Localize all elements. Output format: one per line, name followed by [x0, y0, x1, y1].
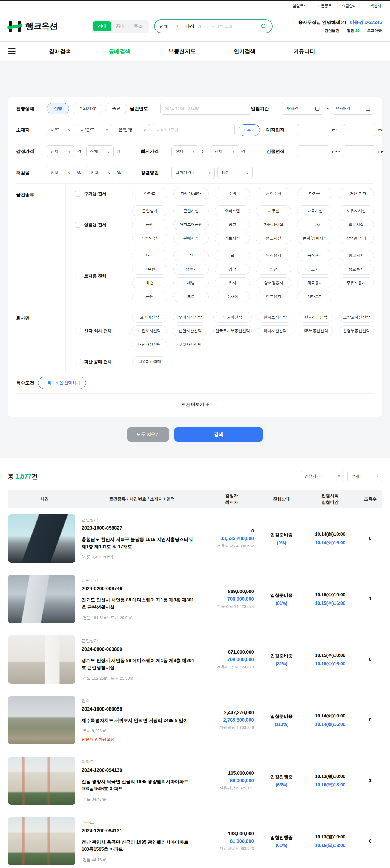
min-price-min-select[interactable]: 전체∨	[171, 146, 199, 157]
filter-pill[interactable]: 다가구	[297, 188, 332, 199]
checkbox[interactable]	[75, 359, 81, 365]
bid-period-start-date[interactable]: 년-월-일	[282, 103, 323, 115]
filter-pill[interactable]: 아파트	[132, 188, 167, 199]
filter-pill[interactable]: 주택	[215, 188, 250, 199]
filter-pill[interactable]: 창고	[215, 219, 250, 230]
min-price-max-select[interactable]: 전체∨	[211, 146, 238, 157]
filter-pill[interactable]: 대한토지신탁	[132, 326, 167, 336]
filter-pill[interactable]: 도로	[173, 291, 209, 302]
logo[interactable]: 행크옥션	[8, 20, 58, 33]
eupmyeondong-select[interactable]: 읍/면/동∨	[115, 124, 150, 136]
listing-address[interactable]: 제주특별자치도 서귀포시 안덕면 서광리 2489-8 임야	[82, 717, 194, 724]
filter-pill[interactable]: 신영부동산신탁	[339, 326, 374, 336]
filter-pill[interactable]: 한국투자부동산신탁	[213, 326, 252, 336]
filter-pill[interactable]: 오피스텔	[215, 206, 250, 216]
filter-pill[interactable]: 묘지	[297, 264, 332, 275]
item-no-input[interactable]	[161, 103, 251, 115]
search-button[interactable]: 검색	[174, 427, 263, 441]
filter-pill[interactable]: 법원파산경매	[132, 356, 167, 367]
logout-link[interactable]: 로그아웃	[367, 28, 382, 33]
filter-pill[interactable]: 근린상가	[132, 206, 167, 216]
filter-pill[interactable]: 근린주택	[256, 188, 291, 199]
filter-pill[interactable]: 창고용지	[338, 250, 374, 261]
lot-building-input[interactable]	[153, 124, 235, 136]
land-area-max-input[interactable]	[343, 124, 376, 136]
discount-max-select[interactable]: 전체∨	[87, 167, 114, 179]
clear-all-button[interactable]: 모두 지우기	[127, 427, 169, 441]
listing-address[interactable]: 경기도 안성시 서인동 88 메디스퀘어 제1동 제8층 제804호 근린생활시…	[82, 657, 194, 671]
results-sort-select[interactable]: 입찰기간 ↑∨	[301, 471, 344, 482]
search-input[interactable]	[197, 24, 257, 29]
nav-item-경매검색[interactable]: 경매검색	[49, 48, 71, 55]
filter-pill[interactable]: 체육용지	[297, 277, 332, 288]
filter-pill[interactable]: 종교시설	[256, 233, 291, 244]
listing-photo[interactable]	[8, 817, 75, 865]
filter-pill[interactable]: 한국자산신탁	[298, 312, 333, 323]
pass-remaining[interactable]: 이용권 D-27245	[350, 20, 382, 25]
listing-address[interactable]: 전남 광양시 옥곡면 신금리 1995 광양펠리시아아파트103동1505호 아…	[82, 839, 194, 852]
status-pill[interactable]: 수의계약	[72, 103, 102, 115]
more-conditions-button[interactable]: 조건 더보기 +	[16, 394, 374, 415]
filter-pill[interactable]: 임야	[215, 264, 250, 275]
menu-icon[interactable]	[8, 49, 15, 54]
filter-pill[interactable]: 자동차시설	[256, 219, 291, 230]
checkbox[interactable]	[75, 222, 81, 227]
filter-pill[interactable]: 교보자산신탁	[173, 339, 207, 350]
mode-tab-auction[interactable]: 경매	[93, 21, 111, 31]
filter-pill[interactable]: 기타토지	[297, 291, 332, 302]
filter-pill[interactable]: 업무시설	[338, 219, 374, 230]
page-size-select[interactable]: 15개∨	[218, 167, 253, 179]
filter-pill[interactable]: 공장	[132, 219, 167, 230]
filter-pill[interactable]: 아파트형공장	[173, 219, 209, 230]
listing-photo[interactable]	[8, 575, 75, 623]
filter-pill[interactable]: 문화/집회시설	[297, 233, 332, 244]
filter-pill[interactable]: 숙박시설	[132, 233, 167, 244]
filter-pill[interactable]: 한국토지신탁	[258, 312, 292, 323]
mode-tab-public-sale[interactable]: 공매	[111, 21, 129, 31]
filter-pill[interactable]: 주유소	[297, 219, 332, 230]
building-area-max-input[interactable]	[343, 146, 376, 157]
filter-pill[interactable]: 공원	[132, 291, 167, 302]
topbar-link[interactable]: 일일무료	[292, 4, 307, 8]
checkbox[interactable]	[75, 191, 81, 197]
filter-pill[interactable]: 과수원	[132, 264, 167, 275]
filter-pill[interactable]: 주유소용지	[338, 277, 374, 288]
filter-pill[interactable]: 하천	[132, 277, 167, 288]
listing-case-no[interactable]: 2024-1200-094131	[82, 828, 194, 834]
bid-period-end-date[interactable]: 년-월-일	[332, 103, 374, 115]
listing-address[interactable]: 전남 광양시 옥곡면 신금리 1995 광양펠리시아아파트103동1506호 아…	[82, 778, 194, 792]
filter-pill[interactable]: 교육시설	[297, 206, 332, 216]
appraisal-min-select[interactable]: 전체∨	[47, 146, 74, 157]
filter-pill[interactable]: 잡종지	[173, 264, 209, 275]
filter-pill[interactable]: KB부동산신탁	[298, 326, 333, 336]
filter-pill[interactable]: 다세대/빌라	[173, 188, 209, 199]
filter-pill[interactable]: 코람코자산신탁	[339, 312, 374, 323]
filter-pill[interactable]: 염전	[256, 264, 291, 275]
mode-tab-address[interactable]: 주소	[129, 21, 148, 31]
add-location-button[interactable]: + 추가	[238, 124, 260, 136]
filter-pill[interactable]: 주거용 기타	[338, 188, 374, 199]
results-count-select[interactable]: 15개∨	[347, 471, 382, 482]
discount-min-select[interactable]: 전체∨	[47, 167, 74, 179]
sido-select[interactable]: 시/도∨	[47, 124, 74, 136]
listing-case-no[interactable]: 2024-0800-063800	[82, 646, 194, 652]
filter-pill[interactable]: 주차장	[215, 291, 250, 302]
listing-address[interactable]: 경기도 안성시 서인동 88 메디스퀘어 제1동 제8층 제801호 근린생활시…	[82, 596, 194, 611]
filter-pill[interactable]: 근린시설	[173, 206, 209, 216]
land-area-min-input[interactable]	[297, 124, 329, 136]
sigungu-select[interactable]: 시/군/구∨	[77, 124, 112, 136]
listing-case-no[interactable]: 2024-0200-009746	[82, 586, 194, 592]
filter-pill[interactable]: 대지	[132, 250, 167, 261]
filter-pill[interactable]: 공장용지	[297, 250, 332, 261]
building-area-min-input[interactable]	[297, 146, 329, 157]
status-pill[interactable]: 진행	[47, 103, 69, 115]
search-scope-select[interactable]: 전체 ∨	[160, 24, 178, 29]
topbar-link[interactable]: 쿠폰등록	[317, 4, 332, 8]
search-submit-button[interactable]	[260, 23, 267, 30]
filter-pill[interactable]: 사무실	[256, 206, 291, 216]
favorites-link[interactable]: 관심물건	[325, 28, 339, 33]
sort-order-select[interactable]: 입찰기간 ↑∨	[171, 167, 215, 179]
alarm-link[interactable]: 알림15	[347, 28, 359, 33]
nav-item-인기검색[interactable]: 인기검색	[234, 48, 256, 55]
filter-pill[interactable]: 목장용지	[256, 250, 291, 261]
